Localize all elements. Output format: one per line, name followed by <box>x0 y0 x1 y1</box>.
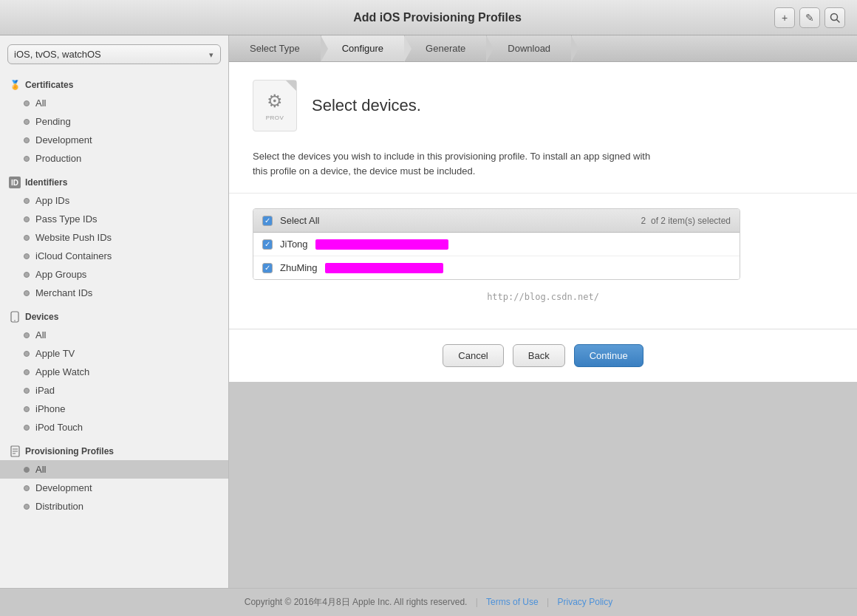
sidebar-item-devices-all-label: All <box>35 329 46 340</box>
step-tabs: Select Type Configure Generate Download <box>229 35 857 62</box>
prov-icon-label: PROV <box>266 114 284 121</box>
search-button[interactable] <box>824 7 845 28</box>
dot-icon <box>24 272 30 278</box>
add-button[interactable]: + <box>774 7 795 28</box>
table-row: ✓ ZhuMing <box>253 256 740 279</box>
separator2: | <box>547 597 549 607</box>
gray-area <box>229 382 857 588</box>
certificates-header: 🏅 Certificates <box>0 76 228 94</box>
sidebar-item-apple-tv-label: Apple TV <box>35 348 75 359</box>
sidebar-item-merchant-ids[interactable]: Merchant IDs <box>0 284 228 302</box>
sidebar-item-cert-all-label: All <box>35 97 46 109</box>
identifiers-header: ID Identifiers <box>0 174 228 191</box>
tab-download-label: Download <box>508 43 550 54</box>
sidebar-item-icloud-containers[interactable]: iCloud Containers <box>0 247 228 265</box>
sidebar-item-profiles-development[interactable]: Development <box>0 479 228 497</box>
tab-configure[interactable]: Configure <box>321 35 405 61</box>
tab-generate[interactable]: Generate <box>405 35 487 61</box>
sidebar-item-app-groups-label: App Groups <box>35 269 86 280</box>
sidebar-item-cert-all[interactable]: All <box>0 94 228 112</box>
sidebar-item-apple-watch-label: Apple Watch <box>35 366 89 377</box>
copyright-text: Copyright © 2016年4月8日 Apple Inc. All rig… <box>245 597 468 607</box>
device-list-area: ✓ Select All 2 of 2 item(s) selected ✓ J… <box>229 194 857 329</box>
sidebar-item-profiles-distribution[interactable]: Distribution <box>0 497 228 516</box>
device2-checkbox[interactable]: ✓ <box>262 263 273 273</box>
edit-button[interactable]: ✎ <box>799 7 820 28</box>
sidebar-item-iphone[interactable]: iPhone <box>0 400 228 418</box>
sidebar-item-icloud-containers-label: iCloud Containers <box>35 250 112 261</box>
top-bar-actions: + ✎ <box>774 7 845 28</box>
panel-description: Select the devices you wish to include i… <box>229 143 857 194</box>
page-footer: Copyright © 2016年4月8日 Apple Inc. All rig… <box>0 588 857 616</box>
dot-icon <box>24 504 30 510</box>
svg-point-3 <box>14 320 16 321</box>
sidebar-item-app-ids-label: App IDs <box>35 195 69 206</box>
identifiers-section: ID Identifiers App IDs Pass Type IDs Web… <box>0 174 228 302</box>
dot-icon <box>24 235 30 241</box>
select-all-label: Select All <box>280 215 634 226</box>
checkmark-icon: ✓ <box>264 264 270 272</box>
device2-redacted <box>325 263 443 273</box>
cancel-button[interactable]: Cancel <box>443 344 503 367</box>
sidebar-item-ipad-label: iPad <box>35 385 55 396</box>
prov-icon: ⚙ PROV <box>253 80 297 131</box>
sidebar-item-profiles-all-label: All <box>35 464 46 475</box>
sidebar-item-profiles-all[interactable]: All <box>0 460 228 479</box>
device-table: ✓ Select All 2 of 2 item(s) selected ✓ J… <box>253 208 740 280</box>
sidebar-item-app-groups[interactable]: App Groups <box>0 265 228 284</box>
dot-icon <box>24 290 30 296</box>
sidebar-item-cert-production-label: Production <box>35 153 81 164</box>
sidebar-item-cert-pending-label: Pending <box>35 116 71 127</box>
sidebar-item-ipod-touch[interactable]: iPod Touch <box>0 418 228 437</box>
sidebar-item-merchant-ids-label: Merchant IDs <box>35 287 92 298</box>
sidebar-item-ipad[interactable]: iPad <box>0 381 228 400</box>
dot-icon <box>24 369 30 375</box>
tab-configure-label: Configure <box>342 43 383 54</box>
sidebar-item-app-ids[interactable]: App IDs <box>0 191 228 210</box>
sidebar: iOS, tvOS, watchOS macOS 🏅 Certificates … <box>0 35 229 588</box>
dot-icon <box>24 253 30 259</box>
sidebar-item-pass-type-ids-label: Pass Type IDs <box>35 213 98 225</box>
dot-icon <box>24 216 30 222</box>
sidebar-item-devices-all[interactable]: All <box>0 326 228 344</box>
sidebar-item-cert-development-label: Development <box>35 134 92 146</box>
device1-redacted <box>315 239 448 250</box>
sidebar-item-cert-development[interactable]: Development <box>0 131 228 149</box>
main-panel: ⚙ PROV Select devices. Select the device… <box>229 62 857 382</box>
select-all-checkbox[interactable]: ✓ <box>262 216 273 226</box>
provisioning-profiles-header: Provisioning Profiles <box>0 442 228 460</box>
sidebar-item-profiles-development-label: Development <box>35 482 92 493</box>
devices-header: Devices <box>0 308 228 326</box>
top-bar: Add iOS Provisioning Profiles + ✎ <box>0 0 857 35</box>
provisioning-profiles-label: Provisioning Profiles <box>25 446 114 456</box>
sidebar-item-pass-type-ids[interactable]: Pass Type IDs <box>0 210 228 228</box>
certificates-label: Certificates <box>25 80 73 90</box>
back-button[interactable]: Back <box>513 344 565 367</box>
dot-icon <box>24 100 30 106</box>
gear-icon: ⚙ <box>267 91 283 112</box>
dot-icon <box>24 467 30 473</box>
terms-link[interactable]: Terms of Use <box>486 597 539 607</box>
device1-checkbox[interactable]: ✓ <box>262 239 273 250</box>
dot-icon <box>24 388 30 394</box>
sidebar-item-apple-watch[interactable]: Apple Watch <box>0 363 228 381</box>
continue-button[interactable]: Continue <box>574 344 643 367</box>
tab-select-type[interactable]: Select Type <box>229 35 321 61</box>
sidebar-item-cert-production[interactable]: Production <box>0 149 228 168</box>
sidebar-item-website-push-ids[interactable]: Website Push IDs <box>0 228 228 247</box>
platform-dropdown-wrapper[interactable]: iOS, tvOS, watchOS macOS <box>7 44 221 64</box>
platform-select[interactable]: iOS, tvOS, watchOS macOS <box>7 44 221 64</box>
dot-icon <box>24 425 30 431</box>
tab-generate-label: Generate <box>426 43 465 54</box>
sidebar-item-profiles-distribution-label: Distribution <box>35 501 83 512</box>
sidebar-item-cert-pending[interactable]: Pending <box>0 112 228 131</box>
identifiers-icon: ID <box>9 177 21 188</box>
dot-icon <box>24 156 30 162</box>
tab-download[interactable]: Download <box>487 35 572 61</box>
sidebar-item-apple-tv[interactable]: Apple TV <box>0 344 228 363</box>
page-title: Add iOS Provisioning Profiles <box>100 11 774 24</box>
items-selected-count: 2 of 2 item(s) selected <box>641 216 731 226</box>
sidebar-item-website-push-ids-label: Website Push IDs <box>35 232 112 243</box>
privacy-link[interactable]: Privacy Policy <box>558 597 613 607</box>
certificates-section: 🏅 Certificates All Pending Development P… <box>0 76 228 168</box>
